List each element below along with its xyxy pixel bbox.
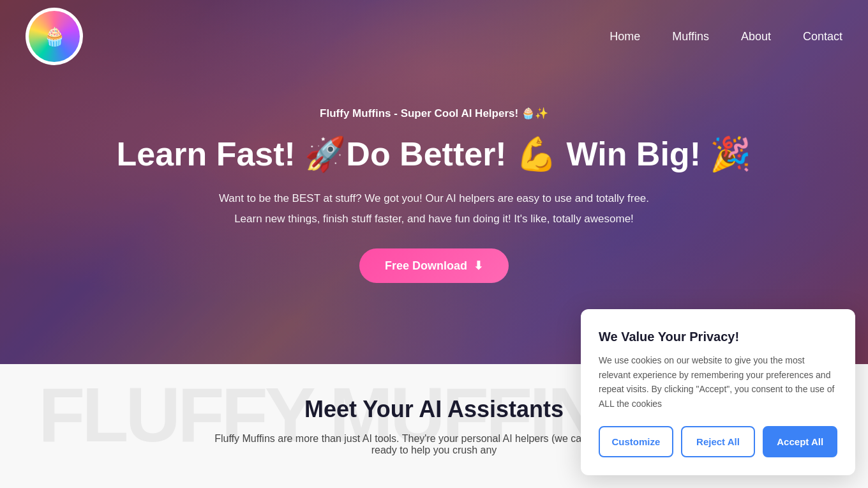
nav-home[interactable]: Home <box>610 30 640 43</box>
section-title: Meet Your AI Assistants <box>304 396 564 423</box>
customize-button[interactable]: Customize <box>599 426 673 457</box>
privacy-popup: We Value Your Privacy! We use cookies on… <box>581 309 855 475</box>
logo-icon: 🧁 <box>29 11 80 62</box>
nav-muffins[interactable]: Muffins <box>672 30 709 43</box>
hero-subtitle: Fluffy Muffins - Super Cool AI Helpers! … <box>117 107 752 120</box>
privacy-buttons: Customize Reject All Accept All <box>599 426 837 457</box>
download-icon: ⬇ <box>474 259 483 273</box>
privacy-title: We Value Your Privacy! <box>599 330 837 344</box>
navbar: 🧁 Home Muffins About Contact <box>0 0 868 73</box>
logo[interactable]: 🧁 <box>26 8 83 65</box>
nav-about[interactable]: About <box>741 30 771 43</box>
free-download-button[interactable]: Free Download ⬇ <box>359 248 509 283</box>
hero-description-1: Want to be the BEST at stuff? We got you… <box>117 192 752 205</box>
nav-links: Home Muffins About Contact <box>610 30 842 43</box>
privacy-text: We use cookies on our website to give yo… <box>599 353 837 411</box>
hero-title: Learn Fast! 🚀Do Better! 💪 Win Big! 🎉 <box>117 135 752 174</box>
reject-all-button[interactable]: Reject All <box>681 426 756 457</box>
hero-content: Fluffy Muffins - Super Cool AI Helpers! … <box>104 107 765 284</box>
download-btn-label: Free Download <box>385 259 467 273</box>
accept-all-button[interactable]: Accept All <box>763 426 837 457</box>
hero-description-2: Learn new things, finish stuff faster, a… <box>117 213 752 225</box>
nav-contact[interactable]: Contact <box>803 30 842 43</box>
